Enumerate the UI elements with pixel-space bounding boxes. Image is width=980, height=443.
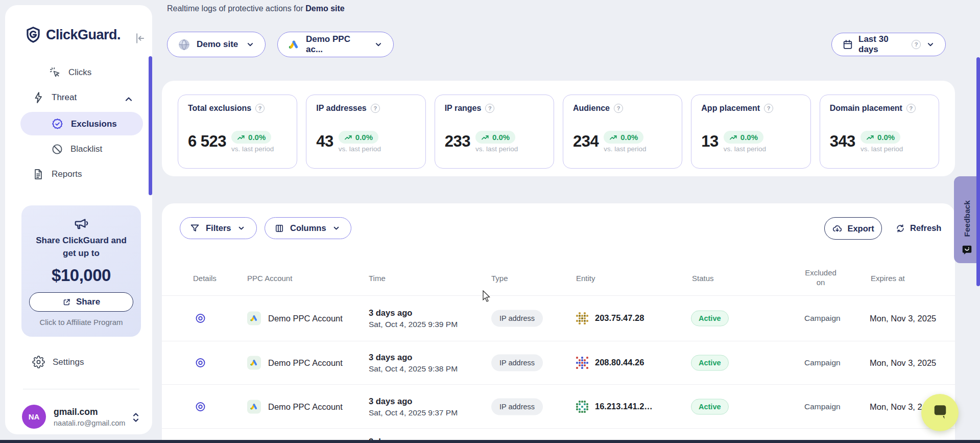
date-range-selector[interactable]: Last 30 days — [831, 33, 946, 56]
refresh-button[interactable]: Refresh — [895, 217, 941, 239]
table-row[interactable]: Demo PPC Account 3 days ago Sat, Oct 4, … — [162, 296, 955, 340]
chat-launcher-button[interactable] — [921, 394, 959, 431]
sidebar-item-reports[interactable]: Reports — [32, 168, 82, 180]
stat-value: 13 — [701, 130, 718, 153]
help-icon[interactable] — [912, 40, 921, 49]
entity-identicon — [576, 312, 588, 324]
help-icon[interactable] — [371, 104, 380, 113]
cloud-download-icon — [832, 223, 843, 234]
stat-domain-placement: Domain placement 343 0.0% vs. last perio… — [820, 95, 939, 169]
site-selector-label: Demo site — [197, 39, 240, 50]
help-icon[interactable] — [614, 104, 623, 113]
help-icon[interactable] — [485, 104, 494, 113]
trend-up-icon — [609, 134, 617, 141]
affiliate-link[interactable]: Click to Affiliate Program — [21, 318, 141, 327]
affiliate-promo-card[interactable]: Share ClickGuard and get up to $10,000 S… — [21, 205, 141, 337]
row-status-badge: Active — [691, 355, 729, 370]
columns-button[interactable]: Columns — [265, 217, 351, 239]
subtitle-site-name: Demo site — [305, 4, 344, 13]
feedback-tab-label: Feedback — [963, 200, 972, 237]
sidebar: ClickGuard. Clicks Threat — [5, 5, 152, 434]
ban-icon — [51, 143, 63, 155]
row-time: 3 days ago Sat, Oct 4, 2025 9:37 PM — [369, 396, 458, 417]
sidebar-item-label: Threat — [52, 92, 77, 103]
sidebar-item-blacklist[interactable]: Blacklist — [51, 143, 102, 155]
row-time: 3 days ago Sat, Oct 4, 2025 9:38 PM — [369, 352, 458, 373]
stat-caption: vs. last period — [231, 145, 274, 153]
table-row[interactable]: Demo PPC Account 3 days ago Sat, Oct 4, … — [162, 384, 955, 429]
clickguard-shield-icon — [26, 27, 41, 43]
column-header-status[interactable]: Status — [692, 274, 714, 283]
stat-ip-ranges: IP ranges 233 0.0% vs. last period — [435, 95, 554, 169]
date-range-label: Last 30 days — [858, 34, 906, 55]
ppc-account-selector[interactable]: Demo PPC ac... — [277, 32, 394, 57]
ppc-selector-label: Demo PPC ac... — [306, 34, 368, 55]
site-selector[interactable]: Demo site — [167, 32, 266, 57]
column-header-details[interactable]: Details — [193, 274, 217, 283]
trend-up-icon — [866, 134, 874, 141]
column-header-expires-at[interactable]: Expires at — [871, 274, 905, 283]
page-scrollbar[interactable] — [976, 57, 980, 286]
export-button-label: Export — [847, 224, 874, 234]
chevron-down-icon — [246, 40, 255, 49]
help-icon[interactable] — [906, 104, 916, 113]
column-header-ppc-account[interactable]: PPC Account — [247, 274, 292, 283]
google-ads-icon — [247, 356, 261, 369]
megaphone-icon — [74, 216, 89, 231]
cursor-click-icon — [49, 66, 61, 79]
stat-label: IP ranges — [445, 104, 482, 113]
share-button-label: Share — [76, 297, 100, 307]
column-header-type[interactable]: Type — [491, 274, 508, 283]
column-header-entity[interactable]: Entity — [576, 274, 595, 283]
sidebar-item-clicks[interactable]: Clicks — [49, 66, 91, 79]
row-excluded-on: Campaign — [804, 358, 841, 367]
column-header-excluded-on[interactable]: Excluded on — [801, 268, 840, 287]
stat-label: IP addresses — [316, 104, 366, 113]
view-details-icon[interactable] — [195, 312, 206, 324]
logo[interactable]: ClickGuard. — [26, 27, 121, 43]
filters-button[interactable]: Filters — [180, 217, 257, 239]
sidebar-scrollbar[interactable] — [149, 56, 152, 195]
stat-caption: vs. last period — [604, 145, 646, 153]
google-ads-icon — [247, 311, 261, 325]
stat-label: Total exclusions — [188, 104, 251, 113]
document-icon — [32, 168, 44, 180]
sidebar-item-exclusions[interactable]: Exclusions — [51, 118, 117, 130]
row-type-badge: IP address — [491, 310, 543, 327]
table-divider — [162, 428, 955, 429]
account-switcher[interactable]: NA gmail.com naatali.ro@gmail.com — [22, 405, 125, 429]
account-name: gmail.com — [54, 407, 125, 417]
chevron-down-icon — [374, 40, 383, 49]
filters-button-label: Filters — [206, 223, 231, 233]
stat-ip-addresses: IP addresses 43 0.0% vs. last period — [306, 95, 425, 169]
chevron-up-icon[interactable] — [124, 94, 134, 104]
view-details-icon[interactable] — [195, 401, 206, 412]
sidebar-item-threat[interactable]: Threat — [32, 91, 77, 104]
stat-value: 234 — [573, 130, 599, 153]
stat-caption: vs. last period — [861, 145, 903, 153]
chevron-down-icon — [332, 224, 341, 232]
row-expires-at: Mon, Nov 3, 2025 — [870, 313, 936, 323]
help-icon[interactable] — [255, 104, 265, 113]
collapse-sidebar-icon[interactable] — [133, 32, 146, 45]
help-icon[interactable] — [764, 104, 773, 113]
calendar-icon — [842, 39, 853, 50]
trend-up-icon — [344, 134, 352, 141]
column-header-time[interactable]: Time — [369, 274, 386, 283]
sidebar-item-settings[interactable]: Settings — [32, 356, 84, 368]
export-button[interactable]: Export — [824, 217, 882, 240]
row-type-badge: IP address — [491, 354, 543, 371]
viewport-bottom-edge — [0, 440, 980, 443]
promo-amount: $10,000 — [21, 266, 141, 285]
stat-delta-badge: 0.0% — [475, 131, 515, 144]
table-row[interactable]: Demo PPC Account 3 days ago Sat, Oct 4, … — [162, 340, 955, 385]
share-button[interactable]: Share — [29, 292, 133, 312]
view-details-icon[interactable] — [195, 357, 206, 368]
row-excluded-on: Campaign — [804, 314, 841, 323]
refresh-icon — [895, 223, 905, 234]
stat-delta-badge: 0.0% — [339, 131, 378, 144]
stat-delta-badge: 0.0% — [861, 131, 900, 144]
stat-app-placement: App placement 13 0.0% vs. last period — [691, 95, 810, 169]
row-ppc-account: Demo PPC Account — [268, 358, 343, 367]
chevron-down-icon — [926, 40, 935, 49]
